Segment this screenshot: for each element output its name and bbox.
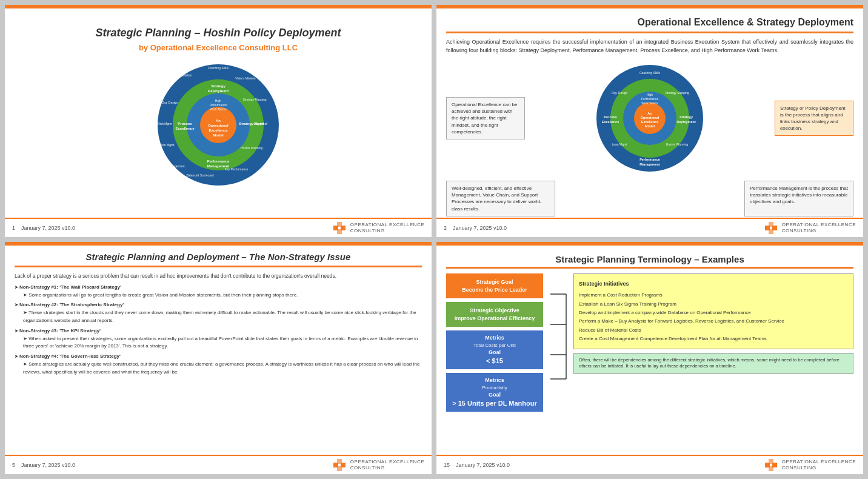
slide2-divider bbox=[446, 32, 853, 33]
svg-text:Coaching Skills: Coaching Skills bbox=[208, 66, 229, 70]
slide4-title: Strategic Planning Terminology – Example… bbox=[446, 252, 853, 264]
svg-text:Model: Model bbox=[645, 124, 655, 128]
slide4-right: Strategic Initiatives Implement a Cost R… bbox=[573, 273, 853, 412]
slide3-title: Strategic Planning and Deployment – The … bbox=[15, 252, 422, 262]
svg-text:Org. Design: Org. Design bbox=[162, 101, 178, 104]
svg-text:Facilitation: Facilitation bbox=[178, 73, 192, 77]
svg-text:Excellence: Excellence bbox=[209, 129, 228, 132]
svg-rect-33 bbox=[337, 229, 342, 234]
slide1-content: Strategic Planning – Hoshin Policy Deplo… bbox=[5, 8, 432, 218]
callout-right-top: Strategy or Policy Deployment is the pro… bbox=[775, 101, 853, 136]
logo-text-2: Operational Excellence Consulting bbox=[782, 222, 856, 233]
slide2-page: 2 January 7, 2025 v10.0 bbox=[444, 225, 507, 231]
svg-text:Work Teams: Work Teams bbox=[210, 107, 227, 111]
svg-rect-59 bbox=[769, 229, 773, 234]
strategy-item-4: Non-Strategy #4: 'The Govern-less Strate… bbox=[15, 353, 422, 376]
svg-text:Process: Process bbox=[178, 122, 192, 126]
connector bbox=[549, 273, 567, 412]
metrics-box-1: Metrics Total Costs per Unit Goal < $15 bbox=[446, 330, 543, 369]
svg-rect-32 bbox=[337, 222, 342, 227]
svg-text:Strategy: Strategy bbox=[679, 115, 693, 119]
objective-value: Improve Operational Efficiency bbox=[452, 315, 537, 323]
svg-text:Hoshin Planning: Hoshin Planning bbox=[241, 146, 263, 150]
initiative-1: Implement a Cost Reduction Programs bbox=[579, 291, 848, 300]
strategy-item-3: Non-Strategy #3: 'The KPI Strategy' ➤ Wh… bbox=[15, 327, 422, 350]
strategy-title-4: Non-Strategy #4: 'The Govern-less Strate… bbox=[15, 353, 422, 361]
svg-rect-71 bbox=[769, 459, 773, 464]
svg-text:Risk Mgmt: Risk Mgmt bbox=[158, 122, 172, 126]
objective-box: Strategic Objective Improve Operational … bbox=[446, 302, 543, 327]
svg-text:High: High bbox=[215, 99, 222, 102]
slide3-page: 5 January 7, 2025 v10.0 bbox=[12, 462, 75, 468]
metrics1-label: Metrics bbox=[452, 334, 537, 342]
initiative-4: Perform a Make – Buy Analysis for Forwar… bbox=[579, 317, 848, 326]
slide3-logo: Operational Excellence Consulting bbox=[332, 458, 424, 472]
svg-text:Operational: Operational bbox=[208, 124, 229, 127]
slide4-page: 15 January 7, 2025 v10.0 bbox=[444, 462, 510, 468]
svg-text:Process: Process bbox=[604, 115, 616, 119]
slide4-content: Strategic Planning Terminology – Example… bbox=[436, 246, 863, 455]
slide1-footer: 1 January 7, 2025 v10.0 Operational Exce… bbox=[5, 218, 432, 237]
strategy-item-2: Non-Strategy #2: 'The Stratospheric Stra… bbox=[15, 301, 422, 324]
logo-icon-3 bbox=[332, 458, 347, 472]
slide2-footer: 2 January 7, 2025 v10.0 Operational Exce… bbox=[436, 218, 863, 237]
slide3-body: Non-Strategy #1: 'The Wall Placard Strat… bbox=[15, 284, 422, 377]
slide4-logo: Operational Excellence Consulting bbox=[764, 458, 856, 472]
svg-text:Vision, Mission: Vision, Mission bbox=[235, 76, 255, 80]
metrics1-sub: Total Costs per Unit bbox=[452, 342, 537, 349]
logo-text-4: Operational Excellence Consulting bbox=[782, 459, 856, 471]
slide1-subtitle: by Operational Excellence Consulting LLC bbox=[15, 43, 422, 52]
callout-left-bottom: Well-designed, efficient, and effective … bbox=[446, 181, 555, 216]
slide2-logo: Operational Excellence Consulting bbox=[764, 221, 856, 235]
svg-text:Deployment: Deployment bbox=[676, 120, 696, 124]
hoshin-diagram: An Operational Excellence Model Coaching… bbox=[152, 58, 285, 192]
svg-text:Model: Model bbox=[213, 133, 224, 137]
svg-rect-72 bbox=[769, 466, 773, 471]
slide-1: Strategic Planning – Hoshin Policy Deplo… bbox=[5, 5, 432, 237]
svg-text:Operational: Operational bbox=[641, 116, 659, 119]
initiative-6: Create a Cost Management Competence Deve… bbox=[579, 335, 848, 343]
slide2-center-diagram: An Operational Excellence Model Coaching… bbox=[530, 61, 770, 176]
svg-text:High: High bbox=[647, 93, 653, 96]
strategy-item-1: Non-Strategy #1: 'The Wall Placard Strat… bbox=[15, 284, 422, 300]
svg-text:Work Teams: Work Teams bbox=[641, 101, 658, 105]
strategy-title-1: Non-Strategy #1: 'The Wall Placard Strat… bbox=[15, 284, 422, 292]
svg-text:Performance: Performance bbox=[210, 103, 227, 107]
initiative-3: Develop and implement a company-wide Dat… bbox=[579, 309, 848, 317]
strategy-title-2: Non-Strategy #2: 'The Stratospheric Stra… bbox=[15, 301, 422, 309]
strategy-bullet-2: ➤ These strategies start in the clouds a… bbox=[15, 309, 422, 325]
metrics-box-2: Metrics Productivity Goal > 15 Units per… bbox=[446, 373, 543, 412]
svg-text:Performance: Performance bbox=[639, 158, 660, 161]
svg-text:Deployment: Deployment bbox=[208, 89, 229, 93]
slide1-subtitle-prefix: by bbox=[139, 43, 148, 52]
slide4-divider bbox=[446, 267, 853, 269]
strategy-bullet-4: ➤ Some strategies are actually quite wel… bbox=[15, 361, 422, 377]
svg-rect-58 bbox=[769, 222, 773, 227]
svg-text:Performance: Performance bbox=[641, 97, 659, 101]
svg-text:Performance: Performance bbox=[207, 159, 230, 163]
slide1-diagram: An Operational Excellence Model Coaching… bbox=[15, 58, 422, 192]
metrics2-val: > 15 Units per DL Manhour bbox=[452, 399, 537, 408]
slide1-brand: Operational Excellence Consulting LLC bbox=[150, 43, 298, 52]
slide3-footer: 5 January 7, 2025 v10.0 Operational Exce… bbox=[5, 455, 432, 474]
slide2-title: Operational Excellence & Strategy Deploy… bbox=[446, 15, 853, 28]
svg-text:Strategy Mapping: Strategy Mapping bbox=[665, 91, 689, 95]
svg-text:Strategy Mapping: Strategy Mapping bbox=[242, 98, 266, 101]
strategy-bullet-1: ➤ Some organizations will go to great le… bbox=[15, 292, 422, 300]
slide1-logo: Operational Excellence Consulting bbox=[332, 221, 424, 235]
slide4-left: Strategic Goal Become the Price Leader S… bbox=[446, 273, 543, 412]
callout-right-bottom: Performance Management is the process th… bbox=[744, 181, 853, 216]
slide-2: Operational Excellence & Strategy Deploy… bbox=[436, 5, 863, 237]
slide3-content: Strategic Planning and Deployment – The … bbox=[5, 246, 432, 455]
goal-value: Become the Price Leader bbox=[452, 286, 537, 294]
slide2-bottom-callouts: Well-designed, efficient, and effective … bbox=[446, 181, 853, 216]
initiatives-title: Strategic Initiatives bbox=[579, 279, 848, 289]
svg-text:An: An bbox=[647, 112, 652, 115]
initiative-2: Establish a Lean Six Sigma Training Prog… bbox=[579, 300, 848, 309]
slide3-intro: Lack of a proper strategy is a serious p… bbox=[15, 272, 422, 280]
strategy-title-3: Non-Strategy #3: 'The KPI Strategy' bbox=[15, 327, 422, 335]
svg-text:Strategy: Strategy bbox=[211, 84, 226, 88]
svg-text:An: An bbox=[216, 119, 221, 122]
initiative-5: Reduce Bill of Material Costs bbox=[579, 326, 848, 335]
logo-icon-4 bbox=[764, 458, 778, 472]
